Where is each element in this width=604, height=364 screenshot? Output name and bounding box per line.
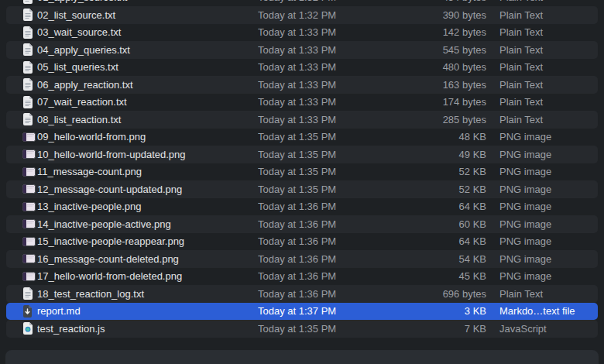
- file-name: 11_message-count.png: [37, 166, 258, 177]
- file-kind: PNG image: [486, 149, 598, 160]
- file-kind: PNG image: [486, 235, 598, 247]
- file-size: 60 KB: [409, 218, 486, 230]
- file-name: 08_list_reaction.txt: [37, 114, 258, 125]
- file-name: 02_list_source.txt: [37, 9, 258, 21]
- file-row[interactable]: 13_inactive-people.png Today at 1:36 PM …: [6, 198, 598, 216]
- file-row[interactable]: 15_inactive-people-reappear.png Today at…: [6, 233, 598, 251]
- file-name: 12_message-count-updated.png: [37, 184, 258, 195]
- text-file-icon: [22, 287, 33, 300]
- file-kind: Plain Text: [486, 0, 598, 3]
- javascript-file-icon: [22, 322, 33, 335]
- file-size: 174 bytes: [409, 96, 486, 108]
- file-size: 64 KB: [409, 235, 486, 247]
- file-row[interactable]: 14_inactive-people-active.png Today at 1…: [6, 215, 598, 233]
- file-kind: Plain Text: [486, 79, 598, 91]
- file-row[interactable]: 06_apply_reaction.txt Today at 1:33 PM 1…: [6, 76, 598, 94]
- date-modified: Today at 1:35 PM: [258, 323, 409, 335]
- markdown-file-icon: [22, 305, 33, 318]
- file-kind: Plain Text: [486, 26, 598, 38]
- file-kind: PNG image: [486, 166, 598, 177]
- file-row[interactable]: 17_hello-world-from-deleted.png Today at…: [6, 268, 598, 286]
- image-thumbnail-icon: [22, 237, 36, 246]
- file-kind: Plain Text: [486, 44, 598, 56]
- date-modified: Today at 1:35 PM: [258, 149, 409, 160]
- text-file-icon: [22, 78, 33, 91]
- date-modified: Today at 1:35 PM: [258, 184, 409, 195]
- file-kind: Plain Text: [486, 9, 598, 21]
- file-name: 13_inactive-people.png: [37, 201, 258, 212]
- file-name: 10_hello-world-from-updated.png: [37, 149, 258, 160]
- date-modified: Today at 1:32 PM: [258, 0, 409, 3]
- date-modified: Today at 1:36 PM: [258, 288, 409, 300]
- image-thumbnail-icon: [22, 219, 36, 228]
- text-file-icon: [22, 43, 33, 56]
- file-row[interactable]: 16_message-count-deleted.png Today at 1:…: [6, 250, 598, 268]
- file-row[interactable]: 02_list_source.txt Today at 1:32 PM 390 …: [6, 6, 598, 24]
- file-size: 390 bytes: [409, 9, 486, 21]
- date-modified: Today at 1:33 PM: [258, 61, 409, 73]
- file-row[interactable]: 07_wait_reaction.txt Today at 1:33 PM 17…: [6, 94, 598, 112]
- file-kind: PNG image: [486, 253, 598, 265]
- file-row[interactable]: 18_test_reaction_log.txt Today at 1:36 P…: [6, 285, 598, 303]
- text-file-icon: [22, 26, 33, 39]
- file-kind: Plain Text: [486, 61, 598, 73]
- image-thumbnail-icon: [22, 167, 36, 177]
- file-row[interactable]: 04_apply_queries.txt Today at 1:33 PM 54…: [6, 41, 598, 59]
- file-row[interactable]: report.md Today at 1:37 PM 3 KB Markdo…t…: [6, 303, 598, 321]
- file-name: 17_hello-world-from-deleted.png: [37, 270, 258, 282]
- date-modified: Today at 1:33 PM: [258, 26, 409, 38]
- file-name: 03_wait_source.txt: [37, 26, 258, 38]
- text-file-icon: [22, 61, 33, 74]
- file-name: 07_wait_reaction.txt: [37, 96, 258, 108]
- file-size: 52 KB: [409, 166, 486, 177]
- file-size: 285 bytes: [409, 114, 486, 125]
- file-kind: PNG image: [486, 270, 598, 282]
- file-name: 05_list_queries.txt: [37, 61, 258, 73]
- file-kind: JavaScript: [486, 323, 598, 335]
- bottom-status-bar: [5, 350, 599, 364]
- file-kind: Plain Text: [486, 96, 598, 108]
- file-size: 48 KB: [409, 131, 486, 143]
- file-size: 54 KB: [409, 253, 486, 265]
- date-modified: Today at 1:36 PM: [258, 201, 409, 212]
- file-row[interactable]: 08_list_reaction.txt Today at 1:33 PM 28…: [6, 111, 598, 129]
- file-row[interactable]: 12_message-count-updated.png Today at 1:…: [6, 180, 598, 198]
- image-thumbnail-icon: [22, 254, 36, 263]
- file-kind: Plain Text: [486, 114, 598, 125]
- file-row[interactable]: 09_hello-world-from.png Today at 1:35 PM…: [6, 129, 598, 146]
- file-name: 04_apply_queries.txt: [37, 44, 258, 56]
- file-row[interactable]: 01_apply_source.txt Today at 1:32 PM 454…: [6, 0, 598, 6]
- date-modified: Today at 1:35 PM: [258, 131, 409, 143]
- file-name: 09_hello-world-from.png: [37, 131, 258, 143]
- file-size: 52 KB: [409, 184, 486, 195]
- file-name: 01_apply_source.txt: [37, 0, 258, 3]
- file-row[interactable]: test_reaction.js Today at 1:35 PM 7 KB J…: [6, 320, 598, 338]
- file-kind: PNG image: [486, 201, 598, 212]
- file-name: 18_test_reaction_log.txt: [37, 288, 258, 300]
- file-name: 15_inactive-people-reappear.png: [37, 235, 258, 247]
- date-modified: Today at 1:32 PM: [258, 9, 409, 21]
- date-modified: Today at 1:33 PM: [258, 114, 409, 125]
- file-name: 06_apply_reaction.txt: [37, 79, 258, 91]
- file-size: 454 bytes: [409, 0, 486, 3]
- date-modified: Today at 1:37 PM: [258, 305, 409, 317]
- date-modified: Today at 1:36 PM: [258, 218, 409, 230]
- file-row[interactable]: 11_message-count.png Today at 1:35 PM 52…: [6, 163, 598, 181]
- image-thumbnail-icon: [22, 202, 36, 211]
- image-thumbnail-icon: [22, 184, 36, 194]
- date-modified: Today at 1:36 PM: [258, 235, 409, 247]
- file-size: 45 KB: [409, 270, 486, 282]
- file-size: 163 bytes: [409, 79, 486, 91]
- file-row[interactable]: 05_list_queries.txt Today at 1:33 PM 480…: [6, 59, 598, 77]
- file-kind: PNG image: [486, 218, 598, 230]
- file-list: 01_apply_source.txt Today at 1:32 PM 454…: [0, 0, 604, 338]
- file-name: test_reaction.js: [37, 323, 258, 335]
- file-size: 7 KB: [409, 323, 486, 335]
- text-file-icon: [22, 96, 33, 108]
- file-size: 480 bytes: [409, 61, 486, 73]
- text-file-icon: [22, 113, 33, 125]
- date-modified: Today at 1:33 PM: [258, 79, 409, 91]
- file-row[interactable]: 03_wait_source.txt Today at 1:33 PM 142 …: [6, 24, 598, 42]
- file-row[interactable]: 10_hello-world-from-updated.png Today at…: [6, 146, 598, 163]
- file-kind: Markdo…text file: [486, 305, 598, 317]
